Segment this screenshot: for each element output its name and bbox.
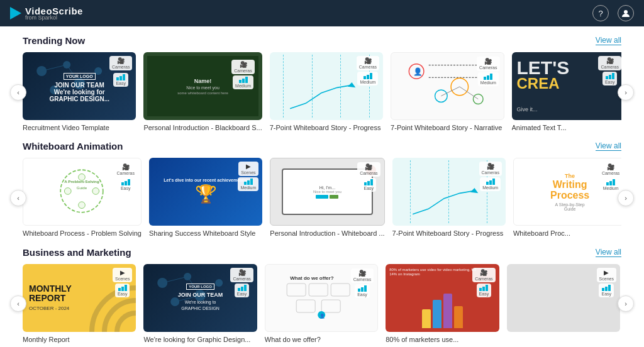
card-label-success: Sharing Success Whiteboard Style [149, 229, 262, 238]
logo-icon [10, 7, 21, 19]
svg-rect-44 [128, 179, 130, 185]
section-title-trending: Trending Now [23, 35, 85, 46]
header: VideoScribe from Sparkol ? [0, 0, 644, 26]
carousel-right-whiteboard[interactable]: › [618, 190, 634, 206]
section-title-business: Business and Marketing [23, 247, 131, 258]
svg-rect-14 [242, 79, 245, 83]
card-label-offer: What do we offer? [265, 335, 378, 344]
badge-writing: 🎥 Cameras Medium [599, 162, 621, 192]
svg-rect-15 [245, 77, 248, 83]
carousel-right-trending[interactable]: › [618, 84, 634, 101]
svg-rect-56 [609, 181, 612, 185]
view-all-whiteboard[interactable]: View all [596, 141, 621, 151]
view-all-business[interactable]: View all [596, 248, 621, 257]
card-biz-last[interactable]: ▶ Scenes Easy [507, 264, 620, 344]
carousel-left-trending[interactable]: ‹ [10, 84, 26, 101]
help-button[interactable]: ? [592, 5, 609, 21]
carousel-left-business[interactable]: ‹ [10, 295, 26, 312]
svg-rect-86 [364, 285, 367, 292]
svg-rect-11 [119, 76, 122, 80]
thumb-offer: What do we offer? 👤 [265, 264, 378, 332]
svg-rect-31 [490, 74, 492, 80]
svg-rect-42 [121, 182, 124, 185]
card-label-recruit: Recruitment Video Template [23, 123, 136, 132]
card-team[interactable]: YOUR LOGO JOIN OUR TEAMWe're looking toG… [143, 264, 257, 344]
thumb-animtext: LET'S CREA Give it... 🎥 Cameras Eas [512, 52, 622, 120]
badge-wb-intro: 🎥 Cameras Easy [357, 162, 380, 192]
carousel-left-whiteboard[interactable]: ‹ [10, 190, 26, 206]
svg-rect-81 [321, 300, 340, 312]
view-all-trending[interactable]: View all [596, 36, 621, 45]
svg-rect-34 [612, 73, 614, 79]
section-header-business: Business and Marketing View all [23, 247, 621, 258]
section-trending: Trending Now View all ‹ [23, 35, 621, 132]
svg-rect-91 [605, 287, 608, 291]
card-monthly[interactable]: MONTHLY REPORT OCTOBER - 2024 ▶ Scenes [23, 264, 136, 344]
thumb-blackboard: Name! Nice to meet you some whiteboard c… [143, 52, 262, 120]
thumb-writing: The WritingProcess A Step-by-StepGuide 🎥… [513, 158, 621, 226]
svg-point-41 [79, 202, 86, 209]
svg-rect-87 [479, 288, 482, 291]
cards-row-trending: YOUR LOGO JOIN OUR TEAMWe're looking for… [23, 52, 621, 132]
svg-rect-84 [358, 289, 360, 292]
svg-text:👤: 👤 [413, 67, 423, 76]
card-narrative[interactable]: 👤 🎥 Cameras [391, 52, 504, 132]
card-label-7pt-prog: 7-Point Whiteboard Story - Progress [392, 229, 506, 238]
carousel-right-business[interactable]: › [618, 295, 634, 312]
svg-rect-53 [489, 180, 492, 185]
svg-rect-19 [370, 73, 372, 79]
thumb-recruit: YOUR LOGO JOIN OUR TEAMWe're looking for… [23, 52, 136, 120]
card-label-writing: Whiteboard Proc... [513, 229, 621, 238]
section-header-whiteboard: Whiteboard Animation View all [23, 141, 621, 151]
card-wb-intro[interactable]: Hi, I'm... Nice to meet you [270, 158, 384, 238]
section-header-trending: Trending Now View all [23, 35, 621, 46]
svg-rect-10 [116, 77, 119, 80]
card-recruit[interactable]: YOUR LOGO JOIN OUR TEAMWe're looking for… [23, 52, 136, 132]
card-success[interactable]: Let's dive into our recent achievements!… [149, 158, 262, 238]
svg-rect-33 [609, 75, 611, 79]
badge-biz-last: ▶ Scenes Easy [597, 268, 616, 297]
section-title-whiteboard: Whiteboard Animation [23, 141, 123, 151]
svg-rect-85 [361, 287, 364, 292]
svg-marker-16 [348, 82, 356, 87]
svg-rect-52 [486, 182, 489, 185]
svg-rect-46 [247, 180, 250, 185]
svg-rect-57 [613, 179, 615, 185]
svg-rect-80 [296, 300, 315, 312]
badge-success: ▶ Scenes Medium [238, 162, 258, 191]
card-writing[interactable]: The WritingProcess A Step-by-StepGuide 🎥… [513, 158, 621, 238]
svg-rect-45 [244, 182, 247, 185]
svg-rect-77 [287, 284, 306, 296]
svg-rect-43 [125, 181, 127, 185]
card-problem[interactable]: A Problem-Solving Guide 🎥 [23, 158, 142, 238]
svg-rect-12 [123, 74, 125, 80]
badge-problem: 🎥 Cameras Easy [114, 162, 137, 192]
thumb-success: Let's dive into our recent achievements!… [149, 158, 262, 226]
thumb-marketers: 80% of marketers use video for video mar… [386, 264, 499, 332]
thumb-team: YOUR LOGO JOIN OUR TEAMWe're looking toG… [143, 264, 257, 332]
card-label-wb-intro: Personal Introduction - Whiteboard ... [270, 229, 384, 238]
card-progress1[interactable]: 🎥 Cameras Medium 7-Point Whiteboard Stor… [270, 52, 383, 132]
card-7pt-prog[interactable]: 🎥 Cameras Medium 7-Point Whiteboard Stor… [392, 158, 506, 238]
badge-offer: 🎥 Cameras Easy [351, 268, 374, 298]
svg-rect-78 [309, 284, 328, 296]
card-blackboard[interactable]: Name! Nice to meet you some whiteboard c… [143, 52, 262, 132]
card-offer[interactable]: What do we offer? 👤 [265, 264, 378, 344]
card-label-problem: Whiteboard Process - Problem Solving [23, 229, 142, 238]
svg-rect-49 [367, 181, 370, 185]
badge-narrative: 🎥 Cameras Medium [477, 57, 499, 86]
svg-point-24 [435, 90, 448, 102]
account-button[interactable] [618, 5, 634, 21]
svg-text:Guide: Guide [77, 185, 87, 190]
section-whiteboard: Whiteboard Animation View all ‹ A Proble… [23, 141, 621, 238]
badge-marketers: 🎥 Cameras Easy [472, 268, 495, 297]
carousel-business: ‹ MONTHLY [23, 264, 621, 344]
card-marketers[interactable]: 80% of marketers use video for video mar… [386, 264, 499, 344]
svg-rect-90 [602, 288, 604, 291]
card-label-animtext: Animated Text T... [512, 123, 622, 132]
card-animtext[interactable]: LET'S CREA Give it... 🎥 Cameras Eas [512, 52, 622, 132]
svg-point-26 [474, 94, 484, 104]
svg-rect-54 [492, 179, 495, 185]
svg-rect-32 [606, 76, 608, 79]
svg-point-0 [624, 10, 628, 14]
